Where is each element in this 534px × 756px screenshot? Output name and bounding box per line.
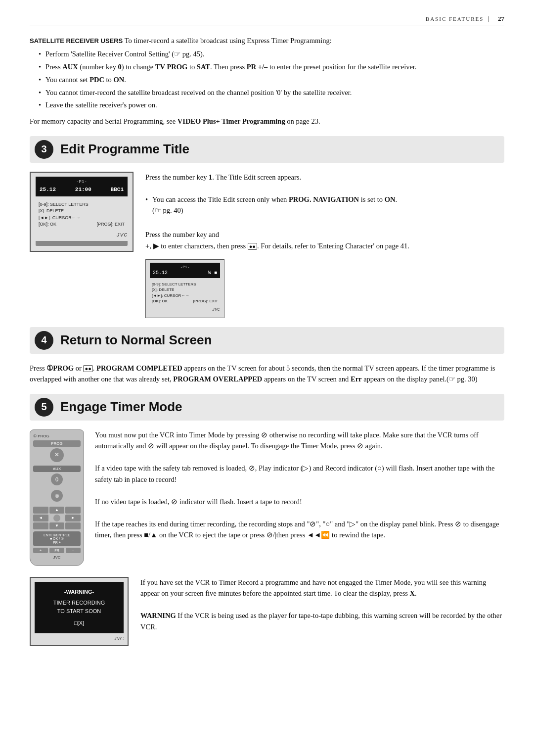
remote-nav-btn-tl bbox=[33, 507, 48, 514]
remote-pr-area: + PR – bbox=[33, 548, 81, 553]
remote-nav-btn-tm: ▲ bbox=[49, 507, 65, 514]
section3-para1: Press the number key 1. The Title Edit s… bbox=[145, 172, 504, 183]
warning-line1: -WARNING- bbox=[39, 588, 120, 596]
warning-line3: TO START SOON bbox=[39, 607, 120, 615]
section3-content: -P1- 25.12 21:00 BBC1 [0-9]: SELECT LETT… bbox=[30, 172, 504, 318]
intro-text: To timer-record a satellite broadcast us… bbox=[125, 37, 332, 45]
remote-nav-btn-ml: ◄ bbox=[33, 515, 48, 521]
vcr2-info-line: [X]: DELETE bbox=[152, 287, 218, 292]
warning-text-col: If you have set the VCR to Timer Record … bbox=[140, 577, 504, 646]
intro-note: For memory capacity and Serial Programmi… bbox=[30, 116, 504, 127]
remote-x-btn: ✕ bbox=[50, 448, 64, 462]
vcr-bottom-bar bbox=[36, 241, 128, 246]
intro-para: SATELLITE RECEIVER USERS To timer-record… bbox=[30, 35, 504, 46]
page: BASIC FEATURES | 27 SATELLITE RECEIVER U… bbox=[0, 0, 534, 756]
vcr2-info-line: [◄►]: CURSOR←→ bbox=[152, 293, 218, 298]
header-divider: | bbox=[488, 15, 489, 23]
list-item: Press AUX (number key 0) to change TV PR… bbox=[39, 62, 504, 73]
remote-label-pr: PR + bbox=[35, 541, 79, 544]
section4-header: 4 Return to Normal Screen bbox=[30, 327, 504, 354]
vcr-time: 21:00 bbox=[75, 186, 91, 193]
intro-bullet-list: Perform 'Satellite Receiver Control Sett… bbox=[39, 49, 504, 111]
vcr-info-line: [◄►]: CURSOR←→ bbox=[39, 215, 125, 222]
remote-label-enter: ENTER/ENTREE bbox=[35, 533, 79, 537]
warning-line2: TIMER RECORDING bbox=[39, 599, 120, 607]
remote-nav-btn-bm: ▼ bbox=[49, 522, 65, 529]
remote-nav-btn-mm bbox=[53, 515, 60, 521]
vcr-screen2-label: -P1- bbox=[153, 264, 217, 270]
remote-nav-grid: ▲ ◄ ► ▼ bbox=[33, 507, 81, 529]
section5-para1: You must now put the VCR into Timer Mode… bbox=[95, 429, 504, 452]
remote-pr-plus: + bbox=[33, 548, 48, 553]
section-label: BASIC FEATURES bbox=[426, 16, 484, 22]
vcr-date: 25.12 bbox=[40, 186, 56, 193]
remote-nav-btn-br bbox=[65, 522, 81, 529]
vcr-info-line: [X]: DELETE bbox=[39, 208, 125, 215]
vcr2-info-line: [OK]: OK[PROG]: EXIT bbox=[152, 298, 218, 304]
section4-number: 4 bbox=[35, 331, 53, 350]
warning-logo: JVC bbox=[35, 635, 124, 641]
remote-circle-btn: ◎ bbox=[51, 490, 63, 502]
vcr-screen1-inner: -P1- 25.12 21:00 BBC1 bbox=[36, 177, 128, 196]
section4-para: Press ①PROG or ●●. PROGRAM COMPLETED app… bbox=[30, 363, 504, 385]
remote-pr-label: PR bbox=[49, 548, 64, 553]
vcr-screen2: -P1- 25.12 W ■ [0-9]: SELECT LETTERS [X]… bbox=[145, 259, 224, 318]
vcr-screen1-info: [0-9]: SELECT LETTERS [X]: DELETE [◄►]: … bbox=[36, 199, 128, 230]
remote-pr-minus: – bbox=[66, 548, 81, 553]
remote-zero-btn: 0 bbox=[51, 473, 63, 485]
vcr2-status: W ■ bbox=[208, 270, 217, 277]
screens-row: -P1- 25.12 W ■ [0-9]: SELECT LETTERS [X]… bbox=[145, 259, 504, 318]
warning-note: WARNING If the VCR is being used as the … bbox=[140, 610, 504, 632]
section3-note-bullet: You can access the Title Edit screen onl… bbox=[145, 194, 504, 216]
intro-bold-label: SATELLITE RECEIVER USERS bbox=[30, 37, 123, 45]
warning-line4: □[X] bbox=[39, 619, 120, 627]
vcr-screen2-row: 25.12 W ■ bbox=[153, 270, 217, 277]
remote-bottom-strip: ENTER/ENTREE ■ OK / ① PR + bbox=[33, 531, 81, 546]
vcr-screen1-row1: 25.12 21:00 BBC1 bbox=[40, 186, 124, 193]
section5-para4: If the tape reaches its end during timer… bbox=[95, 519, 504, 541]
vcr2-info-line: [0-9]: SELECT LETTERS bbox=[152, 282, 218, 287]
remote-nav-btn-tr bbox=[65, 507, 81, 514]
section5-content: ① PROG PROG ✕ AUX 0 ◎ ▲ ◄ ► ▼ ENTER/ENTR… bbox=[30, 429, 504, 570]
vcr-logo2: JVC bbox=[150, 307, 220, 314]
remote-nav-btn-bl bbox=[33, 522, 48, 529]
warning-screen: -WARNING- TIMER RECORDING TO START SOON … bbox=[30, 577, 129, 646]
page-header: BASIC FEATURES | 27 bbox=[30, 15, 504, 26]
vcr-channel: BBC1 bbox=[111, 186, 124, 193]
vcr-logo1: JVC bbox=[36, 232, 128, 238]
section4-body: Press ①PROG or ●●. PROGRAM COMPLETED app… bbox=[30, 363, 504, 385]
vcr-screen2-inner: -P1- 25.12 W ■ bbox=[150, 263, 220, 278]
remote-prog-label: ① PROG bbox=[33, 434, 81, 438]
list-item: Leave the satellite receiver's power on. bbox=[39, 100, 504, 111]
remote-illustration: ① PROG PROG ✕ AUX 0 ◎ ▲ ◄ ► ▼ ENTER/ENTR… bbox=[30, 429, 84, 566]
vcr2-date: 25.12 bbox=[153, 270, 168, 277]
section3-header: 3 Edit Programme Title bbox=[30, 136, 504, 163]
vcr-screen1-label: -P1- bbox=[40, 179, 124, 186]
warning-screen-wrap: -WARNING- TIMER RECORDING TO START SOON … bbox=[30, 577, 504, 646]
remote-brand: JVC bbox=[33, 555, 81, 560]
section5-header: 5 Engage Timer Mode bbox=[30, 394, 504, 421]
intro-block: SATELLITE RECEIVER USERS To timer-record… bbox=[30, 35, 504, 127]
vcr-screen1: -P1- 25.12 21:00 BBC1 [0-9]: SELECT LETT… bbox=[30, 172, 134, 252]
section3-title: Edit Programme Title bbox=[60, 142, 189, 157]
section4-title: Return to Normal Screen bbox=[60, 332, 212, 348]
page-number: 27 bbox=[498, 15, 504, 23]
section5-title: Engage Timer Mode bbox=[60, 399, 182, 415]
list-item: Perform 'Satellite Receiver Control Sett… bbox=[39, 49, 504, 60]
remote-nav-btn-mr: ► bbox=[65, 515, 81, 521]
vcr-info-line: [0-9]: SELECT LETTERS bbox=[39, 201, 125, 208]
list-item: You cannot timer-record the satellite br… bbox=[39, 88, 504, 98]
section5-para2: If a video tape with the safety tab remo… bbox=[95, 463, 504, 485]
list-item: You cannot set PDC to ON. bbox=[39, 75, 504, 86]
section3-para2b: +, ▶ to enter characters, then press ●●.… bbox=[145, 240, 504, 251]
remote-prog-btn: PROG bbox=[33, 440, 81, 447]
section3-para2: Press the number key and bbox=[145, 229, 504, 240]
section5-number: 5 bbox=[35, 398, 53, 417]
section3-number: 3 bbox=[35, 140, 53, 159]
warning-para1: If you have set the VCR to Timer Record … bbox=[140, 577, 504, 599]
section5-text: You must now put the VCR into Timer Mode… bbox=[95, 429, 504, 541]
remote-aux-btn: AUX bbox=[33, 466, 81, 472]
section5-para3: If no video tape is loaded, ⊘ indicator … bbox=[95, 496, 504, 507]
remote-label-ok: ■ OK / ① bbox=[35, 537, 79, 541]
vcr-info-line: [OK]: OK[PROG]: EXIT bbox=[39, 221, 125, 228]
